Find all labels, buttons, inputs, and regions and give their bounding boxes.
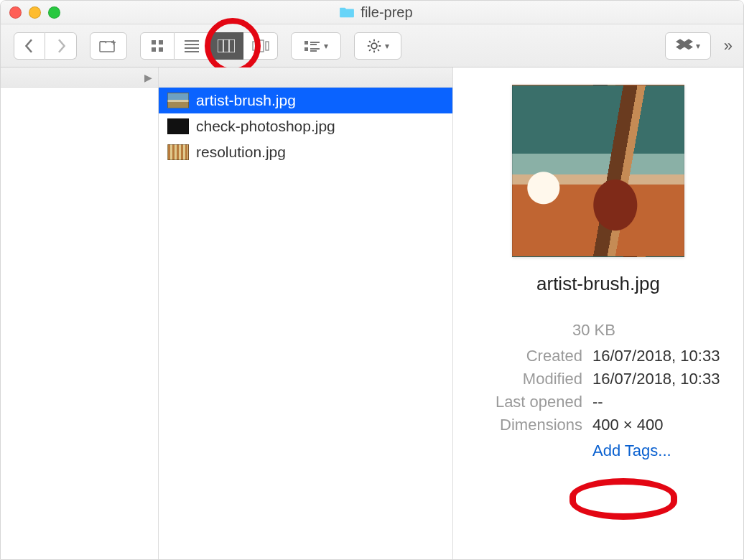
file-name: resolution.jpg xyxy=(196,144,286,161)
created-value: 16/07/2018, 10:33 xyxy=(592,347,720,365)
window-title: file-prep xyxy=(60,4,692,21)
lastopened-value: -- xyxy=(592,393,603,411)
chevron-down-icon: ▾ xyxy=(324,41,328,51)
created-label: Created xyxy=(462,347,582,365)
file-item[interactable]: artist-brush.jpg xyxy=(159,88,452,113)
minimize-button[interactable] xyxy=(29,6,41,19)
svg-rect-7 xyxy=(258,40,264,52)
preview-filename: artist-brush.jpg xyxy=(536,273,660,295)
folder-icon xyxy=(339,6,355,19)
icon-view-button[interactable] xyxy=(140,32,175,60)
column-parent[interactable]: ▶ xyxy=(1,67,159,559)
file-item[interactable]: resolution.jpg xyxy=(159,139,452,165)
window-title-text: file-prep xyxy=(361,4,412,21)
svg-rect-1 xyxy=(152,40,156,45)
svg-rect-3 xyxy=(152,47,156,52)
svg-point-11 xyxy=(371,43,377,49)
nav-group xyxy=(14,32,77,60)
view-mode-group xyxy=(140,32,278,60)
gallery-view-button[interactable] xyxy=(243,32,278,60)
column-files: artist-brush.jpg check-photoshop.jpg res… xyxy=(159,67,453,559)
finder-window: file-prep xyxy=(0,0,744,560)
svg-rect-10 xyxy=(304,47,308,51)
close-button[interactable] xyxy=(9,6,22,19)
file-thumbnail-icon xyxy=(167,118,189,134)
svg-rect-0 xyxy=(100,42,114,52)
svg-rect-9 xyxy=(304,41,308,45)
file-name: check-photoshop.jpg xyxy=(196,118,335,135)
svg-rect-4 xyxy=(159,47,163,52)
column-view-button[interactable] xyxy=(209,32,243,60)
chevron-down-icon: ▾ xyxy=(696,41,700,51)
fullscreen-button[interactable] xyxy=(48,6,60,19)
file-name: artist-brush.jpg xyxy=(196,92,296,109)
forward-button[interactable] xyxy=(45,32,77,60)
traffic-lights xyxy=(9,6,60,19)
list-view-button[interactable] xyxy=(175,32,209,60)
content-area: ▶ artist-brush.jpg check-photoshop.jpg r… xyxy=(1,67,743,559)
new-folder-button[interactable] xyxy=(90,32,127,60)
file-thumbnail-icon xyxy=(167,93,189,108)
svg-rect-6 xyxy=(253,42,256,50)
annotation-circle-dimensions xyxy=(569,478,677,520)
file-thumbnail-icon xyxy=(167,144,189,160)
add-tags-link[interactable]: Add Tags... xyxy=(592,442,671,460)
svg-rect-5 xyxy=(218,39,235,52)
preview-metadata: 30 KB Created16/07/2018, 10:33 Modified1… xyxy=(453,321,743,460)
toolbar: ▾ ▾ ▾ » xyxy=(1,24,743,67)
arrange-button[interactable]: ▾ xyxy=(291,32,341,60)
back-button[interactable] xyxy=(14,32,45,60)
file-item[interactable]: check-photoshop.jpg xyxy=(159,113,452,139)
toolbar-overflow-button[interactable]: » xyxy=(724,37,730,55)
dimensions-label: Dimensions xyxy=(462,416,582,434)
preview-column: artist-brush.jpg 30 KB Created16/07/2018… xyxy=(453,67,743,559)
dropbox-button[interactable]: ▾ xyxy=(665,32,711,60)
disclosure-caret-icon: ▶ xyxy=(144,72,152,83)
preview-size: 30 KB xyxy=(462,321,726,340)
dimensions-value: 400 × 400 xyxy=(592,416,663,434)
titlebar: file-prep xyxy=(1,1,743,24)
modified-value: 16/07/2018, 10:33 xyxy=(592,370,720,388)
svg-rect-8 xyxy=(266,42,269,50)
action-button[interactable]: ▾ xyxy=(354,32,401,60)
modified-label: Modified xyxy=(462,370,582,388)
preview-image xyxy=(512,85,684,257)
chevron-down-icon: ▾ xyxy=(385,41,389,51)
lastopened-label: Last opened xyxy=(462,393,582,411)
svg-rect-2 xyxy=(159,40,163,45)
